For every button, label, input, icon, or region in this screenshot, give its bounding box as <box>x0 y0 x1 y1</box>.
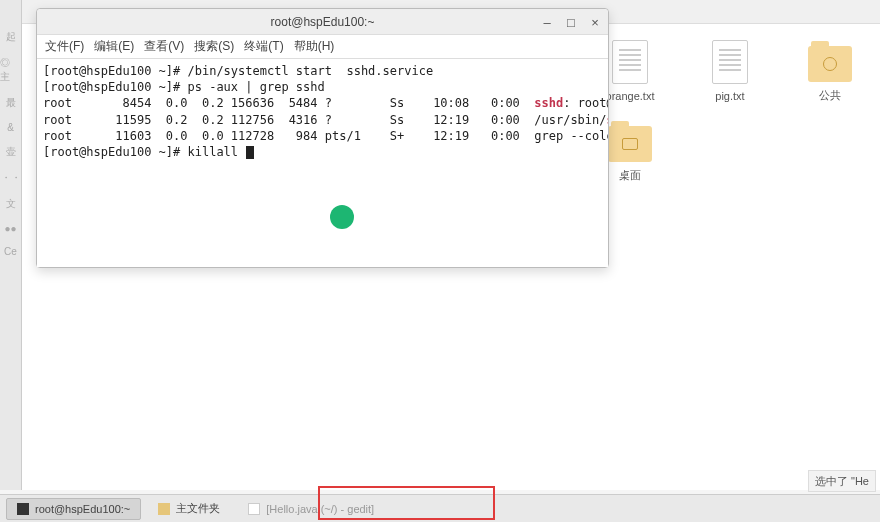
titlebar[interactable]: root@hspEdu100:~ – □ × <box>37 9 608 35</box>
taskbar-item-files[interactable]: 主文件夹 <box>147 498 231 520</box>
menu-search[interactable]: 搜索(S) <box>194 38 234 55</box>
terminal-icon <box>17 503 29 515</box>
text-file-icon <box>612 40 648 84</box>
file-label: pig.txt <box>715 90 744 102</box>
green-ball-overlay <box>330 205 354 229</box>
image-badge-icon <box>622 138 638 150</box>
folder-label: 公共 <box>819 88 841 103</box>
menu-terminal[interactable]: 终端(T) <box>244 38 283 55</box>
file-orange-txt[interactable]: orange.txt <box>600 40 660 103</box>
menu-edit[interactable]: 编辑(E) <box>94 38 134 55</box>
left-toolbar: 起 ◎ 主 最 & 壶 ・・ 文 ●● Ce <box>0 0 22 490</box>
toolbar-item[interactable]: ・・ <box>1 171 21 185</box>
toolbar-item[interactable]: ●● <box>4 223 16 234</box>
status-bar-selection: 选中了 "He <box>808 470 876 492</box>
folder-icon <box>608 126 652 162</box>
toolbar-item[interactable]: 起 <box>6 30 16 44</box>
toolbar-item[interactable]: & <box>7 122 14 133</box>
menu-file[interactable]: 文件(F) <box>45 38 84 55</box>
folder-public[interactable]: 公共 <box>800 40 860 103</box>
taskbar-item-terminal[interactable]: root@hspEdu100:~ <box>6 498 141 520</box>
menu-view[interactable]: 查看(V) <box>144 38 184 55</box>
folder-desktop[interactable]: 桌面 <box>600 120 660 183</box>
toolbar-item[interactable]: 壶 <box>6 145 16 159</box>
taskbar-label: [Hello.java (~/) - gedit] <box>266 503 374 515</box>
folder-label: 桌面 <box>619 168 641 183</box>
maximize-button[interactable]: □ <box>564 15 578 30</box>
taskbar: root@hspEdu100:~ 主文件夹 [Hello.java (~/) -… <box>0 494 880 522</box>
desktop-icons-row2: 桌面 <box>600 120 660 183</box>
toolbar-item[interactable]: ◎ 主 <box>0 56 21 84</box>
close-button[interactable]: × <box>588 15 602 30</box>
terminal-window: root@hspEdu100:~ – □ × 文件(F) 编辑(E) 查看(V)… <box>36 8 609 268</box>
folder-icon <box>808 46 852 82</box>
file-label: orange.txt <box>606 90 655 102</box>
taskbar-label: 主文件夹 <box>176 501 220 516</box>
menubar: 文件(F) 编辑(E) 查看(V) 搜索(S) 终端(T) 帮助(H) <box>37 35 608 59</box>
taskbar-label: root@hspEdu100:~ <box>35 503 130 515</box>
toolbar-item[interactable]: 文 <box>6 197 16 211</box>
desktop-icons-row1: orange.txt pig.txt 公共 <box>600 40 860 103</box>
menu-help[interactable]: 帮助(H) <box>294 38 335 55</box>
minimize-button[interactable]: – <box>540 15 554 30</box>
gedit-icon <box>248 503 260 515</box>
share-badge-icon <box>823 57 837 71</box>
file-pig-txt[interactable]: pig.txt <box>700 40 760 103</box>
terminal-body[interactable]: [root@hspEdu100 ~]# /bin/systemctl start… <box>37 59 608 267</box>
taskbar-item-gedit[interactable]: [Hello.java (~/) - gedit] <box>237 498 385 520</box>
text-file-icon <box>712 40 748 84</box>
window-controls: – □ × <box>540 9 602 35</box>
folder-icon <box>158 503 170 515</box>
window-title: root@hspEdu100:~ <box>271 15 375 29</box>
toolbar-item[interactable]: Ce <box>4 246 17 257</box>
toolbar-item[interactable]: 最 <box>6 96 16 110</box>
